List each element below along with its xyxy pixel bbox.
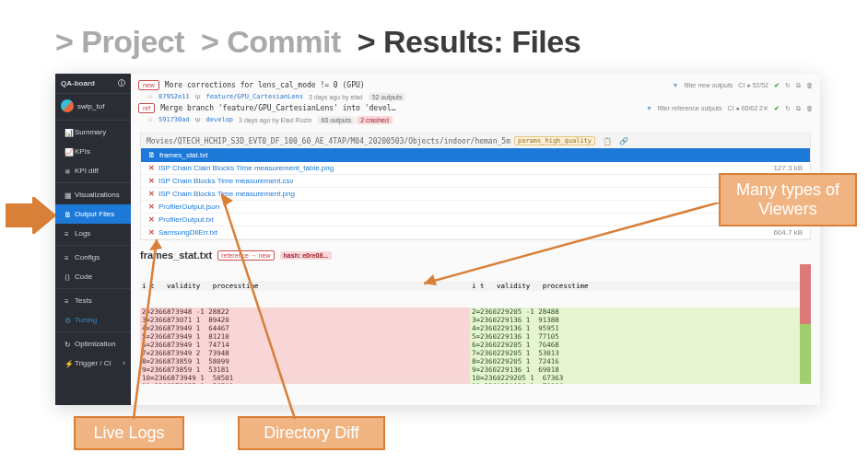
new-outputs-badge: 52 outputs [369, 93, 406, 101]
crumb-project: > Project [55, 24, 184, 59]
commit-new-row: new More corrections for lens_cal_mode !… [138, 77, 813, 93]
commits-panel: new More corrections for lens_cal_mode !… [131, 74, 820, 127]
big-arrow-icon [6, 197, 55, 238]
arrow-logs [120, 239, 175, 419]
tests-icon: ≡ [65, 297, 71, 304]
x-icon: ✕ [148, 203, 155, 211]
star-icon[interactable]: ☆ [147, 116, 153, 123]
kpis-icon: 📈 [65, 148, 71, 155]
commit-ref-branch[interactable]: develop [206, 116, 234, 123]
kpidiff-icon: ≋ [65, 168, 71, 174]
commit-new-when: 3 days ago by elad [309, 94, 363, 100]
commit-new-msg: More corrections for lens_cal_mode != 0 … [165, 81, 365, 89]
commit-ref-hash[interactable]: 591730ad [158, 116, 190, 123]
ref-outputs-badge: 60 outputs [317, 116, 355, 124]
svg-marker-4 [149, 239, 162, 250]
funnel-icon[interactable]: ▼ [646, 105, 652, 111]
commit-new-branch[interactable]: feature/GPU_CartesianLens [206, 93, 303, 100]
filter-ref-label[interactable]: filter reference outputs [658, 105, 722, 111]
diff-left: i t validity processtime 2=2366873948 -1… [140, 264, 470, 384]
configs-icon: ≡ [65, 254, 71, 261]
sidebar-item-kpidiff[interactable]: ≋KPI diff [55, 161, 131, 180]
branch-icon: Ψ [195, 117, 201, 123]
tuning-icon: ⚙ [65, 317, 71, 323]
commit-ref-meta: ☆ 591730ad Ψ develop 3 days ago by Elad … [138, 116, 813, 123]
svg-marker-6 [221, 193, 233, 206]
files-icon: 🗎 [65, 211, 71, 217]
project-name: swip_tof [77, 102, 104, 110]
commit-new-meta: ☆ 87952e11 Ψ feature/GPU_CartesianLens 3… [138, 93, 813, 100]
opt-icon: ↻ [65, 341, 71, 347]
callout-viewers: Many types of Viewers [719, 173, 857, 226]
logs-icon: ≡ [65, 230, 71, 237]
brand-label: QA-board [61, 79, 95, 87]
file-header-row[interactable]: 🗎 frames_stat.txt [141, 148, 810, 162]
breadcrumb: > Project > Commit > Results: Files [55, 24, 581, 60]
sidebar-item-kpis[interactable]: 📈KPIs [55, 142, 131, 161]
funnel-icon[interactable]: ▼ [673, 82, 679, 88]
trigger-icon: ⚡ [65, 360, 71, 366]
diff-minimap[interactable] [800, 264, 811, 384]
commit-ref-msg: Merge branch 'feature/GPU_CartesianLens'… [160, 104, 395, 112]
filter-new-label[interactable]: filter new outputs [684, 82, 733, 88]
crumb-commit: > Commit [201, 24, 341, 59]
svg-line-3 [134, 239, 157, 419]
path-breadcrumb[interactable]: Movies/QTECH_HCHIP_S3D_EVT0_DF_100_60_AE… [141, 133, 810, 148]
x-icon: ✕ [148, 190, 155, 198]
file-row[interactable]: ✕ISP Chain Blocks Time measurement.csv87… [141, 175, 810, 188]
project-logo-icon [61, 99, 74, 112]
callout-dirdiff: Directory Diff [238, 416, 385, 450]
commit-new-hash[interactable]: 87952e11 [158, 93, 190, 100]
svg-line-1 [424, 203, 719, 284]
sidebar-item-outputfiles[interactable]: 🗎Output Files [55, 204, 131, 224]
file-icon: 🗎 [148, 151, 156, 159]
x-icon: ✕ [148, 177, 155, 185]
summary-icon: 📊 [65, 129, 71, 135]
svg-marker-0 [6, 197, 55, 234]
path-params-tag: params_high_quality [514, 136, 595, 145]
x-icon: ✕ [148, 215, 155, 224]
commit-ref-when: 3 days ago by Elad Rozin [239, 117, 311, 123]
sidebar-item-visualizations[interactable]: ▦Visualizations [55, 185, 131, 204]
trash-icon[interactable]: 🗑 [806, 105, 813, 111]
ci-ref: CI ● 60/62 2✕ [728, 105, 768, 112]
trash-icon[interactable]: 🗑 [806, 82, 813, 88]
x-icon: ✕ [148, 228, 155, 237]
project-selector[interactable]: swip_tof [55, 94, 131, 118]
arrow-dirdiff [221, 193, 304, 419]
pill-new: new [138, 80, 159, 90]
copy-icon[interactable]: ⧉ [796, 82, 801, 89]
refresh-icon[interactable]: ↻ [785, 82, 791, 89]
viz-icon: ▦ [65, 191, 71, 198]
star-icon[interactable]: ☆ [147, 93, 153, 100]
arrow-viewers [424, 203, 719, 295]
path-text: Movies/QTECH_HCHIP_S3D_EVT0_DF_100_60_AE… [147, 137, 510, 145]
crumb-results: > Results: Files [358, 24, 581, 59]
x-icon: ✕ [148, 164, 155, 172]
refresh-icon[interactable]: ↻ [785, 105, 791, 112]
sidebar-header: QA-board ⓘ [55, 74, 131, 94]
info-icon[interactable]: ⓘ [118, 78, 125, 88]
svg-marker-2 [424, 274, 437, 285]
callout-logs: Live Logs [74, 416, 184, 450]
branch-icon: Ψ [195, 94, 201, 100]
ci-new: CI ● 52/52 [738, 82, 768, 88]
ref-crash-badge: 2 crashed [357, 116, 393, 124]
code-icon: ⟨⟩ [65, 273, 71, 280]
commit-ref-row: ref Merge branch 'feature/GPU_CartesianL… [138, 100, 813, 116]
sidebar-item-summary[interactable]: 📊Summary [55, 122, 131, 142]
copy-icon[interactable]: ⧉ [796, 105, 801, 112]
file-row[interactable]: ✕ISP Chain Clain Blocks Time measurement… [141, 162, 810, 175]
open-path-icon[interactable]: 🔗 [619, 137, 628, 145]
copy-path-icon[interactable]: 📋 [603, 137, 612, 145]
pill-ref: ref [138, 103, 155, 113]
svg-line-5 [221, 193, 295, 419]
